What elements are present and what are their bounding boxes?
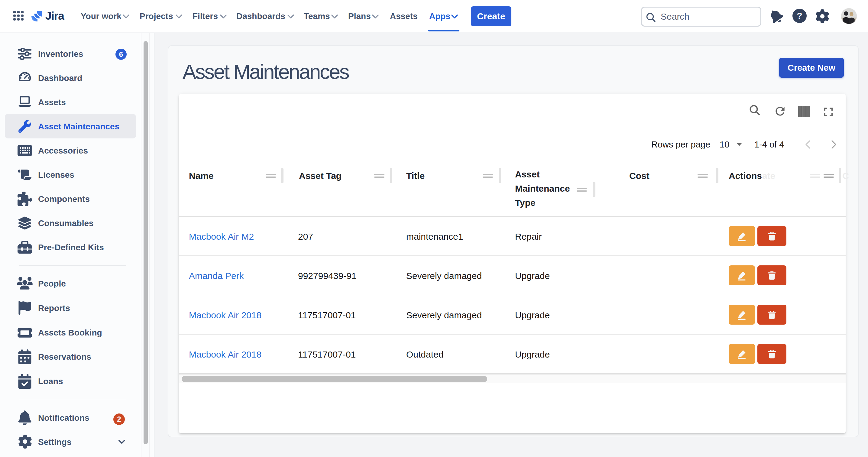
svg-text:?: ? <box>797 10 802 21</box>
